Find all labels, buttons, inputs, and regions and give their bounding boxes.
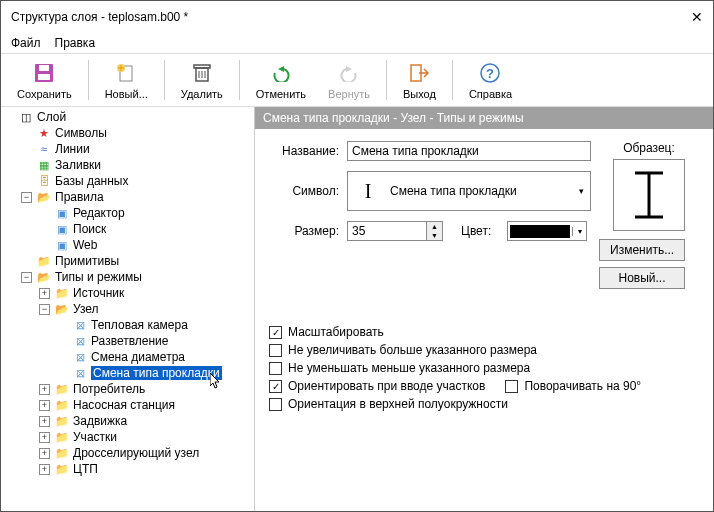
exit-icon <box>406 60 432 86</box>
name-label: Название: <box>269 144 339 158</box>
save-icon <box>31 60 57 86</box>
name-input[interactable] <box>347 141 591 161</box>
chevron-down-icon: ▾ <box>572 227 586 236</box>
sample-label: Образец: <box>599 141 699 155</box>
checkbox-orient-input[interactable]: ✓ <box>269 380 282 393</box>
checkbox-scale[interactable]: ✓ <box>269 326 282 339</box>
db-icon: 🗄 <box>36 174 52 188</box>
symbol-select[interactable]: I Смена типа прокладки ▾ <box>347 171 591 211</box>
svg-text:?: ? <box>487 66 495 81</box>
folder-icon: 📁 <box>54 414 70 428</box>
undo-button[interactable]: Отменить <box>246 58 316 102</box>
undo-icon <box>268 60 294 86</box>
help-button[interactable]: ? Справка <box>459 58 522 102</box>
mode-icon: ⊠ <box>72 334 88 348</box>
mode-icon: ⊠ <box>72 350 88 364</box>
folder-icon: 📁 <box>54 462 70 476</box>
tree-selected-item[interactable]: ⊠Смена типа прокладки <box>55 365 254 381</box>
menu-edit[interactable]: Правка <box>55 36 96 50</box>
lines-icon: ≈ <box>36 142 52 156</box>
folder-icon: 📁 <box>54 382 70 396</box>
checkbox-no-shrink[interactable] <box>269 362 282 375</box>
folder-icon: 📂 <box>36 270 52 284</box>
close-button[interactable]: ✕ <box>691 9 703 25</box>
exit-button[interactable]: Выход <box>393 58 446 102</box>
svg-rect-1 <box>38 74 50 80</box>
new-icon <box>113 60 139 86</box>
new-symbol-button[interactable]: Новый... <box>599 267 685 289</box>
checkbox-rotate90[interactable] <box>505 380 518 393</box>
folder-icon: 📁 <box>36 254 52 268</box>
chevron-down-icon: ▾ <box>579 186 584 196</box>
color-picker[interactable]: ▾ <box>507 221 587 241</box>
checkbox-no-enlarge[interactable] <box>269 344 282 357</box>
size-label: Размер: <box>269 224 339 238</box>
folder-icon: 📁 <box>54 286 70 300</box>
tree-root[interactable]: Слой <box>37 110 66 124</box>
cube-icon: ▣ <box>54 238 70 252</box>
star-icon: ★ <box>36 126 52 140</box>
sample-preview <box>613 159 685 231</box>
spin-up-icon[interactable]: ▲ <box>427 222 442 231</box>
layer-icon: ◫ <box>18 110 34 124</box>
folder-icon: 📂 <box>36 190 52 204</box>
symbol-label: Символ: <box>269 184 339 198</box>
new-button[interactable]: Новый... <box>95 58 158 102</box>
cube-icon: ▣ <box>54 222 70 236</box>
folder-icon: 📁 <box>54 430 70 444</box>
checkbox-orient-semi[interactable] <box>269 398 282 411</box>
delete-button[interactable]: Удалить <box>171 58 233 102</box>
folder-icon: 📁 <box>54 446 70 460</box>
trash-icon <box>189 60 215 86</box>
redo-button[interactable]: Вернуть <box>318 58 380 102</box>
window-title: Структура слоя - teplosam.b00 * <box>11 10 691 24</box>
fills-icon: ▦ <box>36 158 52 172</box>
tree-panel[interactable]: ◫Слой ★Символы ≈Линии ▦Заливки 🗄Базы дан… <box>1 107 255 511</box>
help-icon: ? <box>477 60 503 86</box>
svg-rect-2 <box>39 65 49 71</box>
symbol-glyph-icon: I <box>354 180 382 203</box>
mode-icon: ⊠ <box>72 318 88 332</box>
menu-file[interactable]: Файл <box>11 36 41 50</box>
panel-header: Смена типа прокладки - Узел - Типы и реж… <box>255 107 713 129</box>
cube-icon: ▣ <box>54 206 70 220</box>
mode-icon: ⊠ <box>72 366 88 380</box>
folder-icon: 📂 <box>54 302 70 316</box>
save-button[interactable]: Сохранить <box>7 58 82 102</box>
svg-rect-6 <box>194 65 210 68</box>
edit-button[interactable]: Изменить... <box>599 239 685 261</box>
redo-icon <box>336 60 362 86</box>
folder-icon: 📁 <box>54 398 70 412</box>
spin-down-icon[interactable]: ▼ <box>427 231 442 240</box>
size-spinner[interactable]: ▲▼ <box>347 221 443 241</box>
color-swatch <box>510 225 570 238</box>
color-label: Цвет: <box>461 224 491 238</box>
